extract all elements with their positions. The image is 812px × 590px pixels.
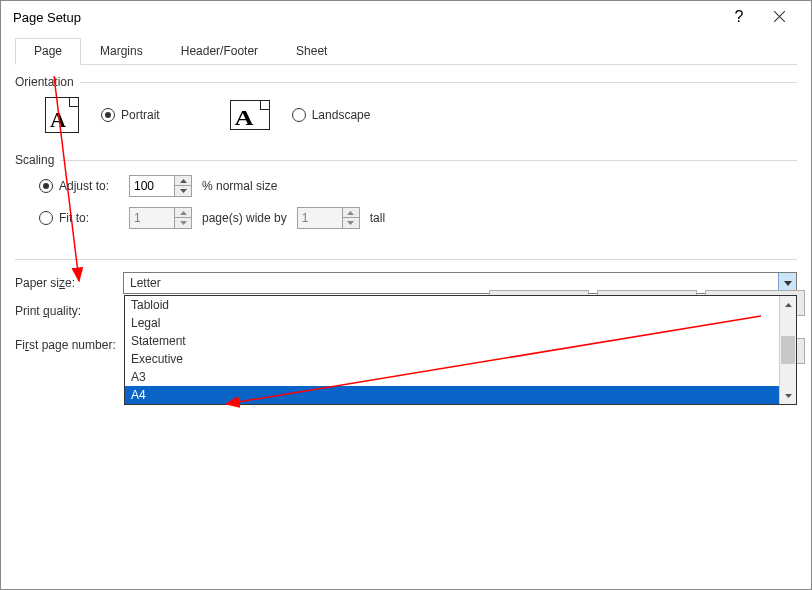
- svg-marker-2: [180, 179, 187, 183]
- paper-size-option[interactable]: Executive: [125, 350, 779, 368]
- orientation-label: Orientation: [15, 75, 74, 89]
- svg-marker-8: [784, 281, 792, 286]
- radio-icon: [292, 108, 306, 122]
- paper-size-dropdown: Tabloid Legal Statement Executive A3 A4: [124, 295, 797, 405]
- radio-icon: [101, 108, 115, 122]
- paper-size-option[interactable]: A3: [125, 368, 779, 386]
- tab-page[interactable]: Page: [15, 38, 81, 65]
- paper-size-option[interactable]: Statement: [125, 332, 779, 350]
- tab-sheet[interactable]: Sheet: [277, 38, 346, 65]
- svg-marker-3: [180, 189, 187, 193]
- scroll-thumb[interactable]: [781, 336, 795, 364]
- fit-wide-spinner[interactable]: [129, 207, 192, 229]
- tall-label: tall: [370, 211, 385, 225]
- svg-marker-10: [785, 394, 792, 398]
- paper-size-option[interactable]: A4: [125, 386, 779, 404]
- paper-size-label: Paper size:: [15, 276, 123, 290]
- radio-icon: [39, 211, 53, 225]
- print-quality-label: Print quality:: [15, 304, 123, 318]
- spinner-down-icon[interactable]: [343, 218, 359, 228]
- close-button[interactable]: [759, 10, 799, 25]
- spinner-up-icon[interactable]: [175, 176, 191, 186]
- fit-to-label: Fit to:: [59, 211, 89, 225]
- fit-wide-input[interactable]: [130, 211, 174, 225]
- fit-tall-input[interactable]: [298, 211, 342, 225]
- adjust-to-radio[interactable]: Adjust to:: [39, 179, 119, 193]
- pages-wide-label: page(s) wide by: [202, 211, 287, 225]
- paper-size-option[interactable]: Tabloid: [125, 296, 779, 314]
- spinner-up-icon[interactable]: [343, 208, 359, 218]
- dialog-title: Page Setup: [13, 10, 719, 25]
- svg-marker-9: [785, 303, 792, 307]
- adjust-to-input[interactable]: [130, 179, 174, 193]
- normal-size-label: % normal size: [202, 179, 277, 193]
- spinner-up-icon[interactable]: [175, 208, 191, 218]
- portrait-radio-label: Portrait: [121, 108, 160, 122]
- tab-header-footer[interactable]: Header/Footer: [162, 38, 277, 65]
- scroll-down-icon[interactable]: [780, 387, 796, 404]
- scroll-up-icon[interactable]: [780, 296, 796, 313]
- landscape-icon: A: [230, 100, 270, 130]
- portrait-icon: A: [45, 97, 79, 133]
- spinner-down-icon[interactable]: [175, 186, 191, 196]
- tab-margins[interactable]: Margins: [81, 38, 162, 65]
- divider: [80, 82, 797, 83]
- landscape-radio-label: Landscape: [312, 108, 371, 122]
- paper-size-option[interactable]: Legal: [125, 314, 779, 332]
- page-setup-dialog: Page Setup ? Page Margins Header/Footer …: [0, 0, 812, 590]
- landscape-radio[interactable]: Landscape: [292, 108, 371, 122]
- fit-to-radio[interactable]: Fit to:: [39, 211, 119, 225]
- adjust-to-spinner[interactable]: [129, 175, 192, 197]
- portrait-radio[interactable]: Portrait: [101, 108, 160, 122]
- svg-marker-7: [347, 221, 354, 225]
- scaling-label: Scaling: [15, 153, 54, 167]
- fit-tall-spinner[interactable]: [297, 207, 360, 229]
- radio-icon: [39, 179, 53, 193]
- paper-size-value: Letter: [124, 276, 778, 290]
- scrollbar[interactable]: [779, 296, 796, 404]
- titlebar: Page Setup ?: [1, 1, 811, 33]
- divider: [60, 160, 797, 161]
- adjust-to-label: Adjust to:: [59, 179, 109, 193]
- help-button[interactable]: ?: [719, 8, 759, 26]
- spinner-down-icon[interactable]: [175, 218, 191, 228]
- svg-marker-6: [347, 211, 354, 215]
- svg-marker-5: [180, 221, 187, 225]
- svg-marker-4: [180, 211, 187, 215]
- divider: [15, 259, 797, 260]
- tab-strip: Page Margins Header/Footer Sheet: [15, 37, 797, 65]
